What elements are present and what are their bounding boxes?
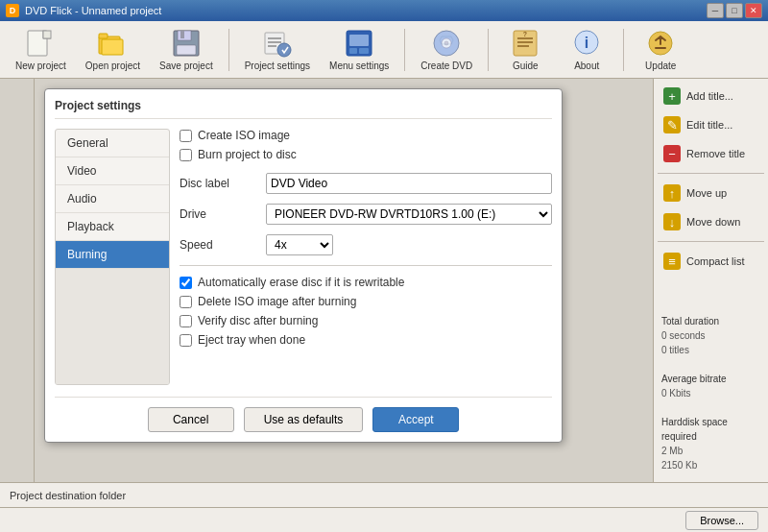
auto-erase-label: Automatically erase disc if it is rewrit…	[198, 276, 404, 289]
move-up-label: Move up	[686, 187, 727, 199]
burn-disc-label: Burn project to disc	[198, 148, 297, 161]
compact-list-icon: ≡	[663, 253, 681, 270]
remove-title-label: Remove title	[686, 148, 745, 159]
svg-rect-5	[102, 39, 123, 55]
nav-burning[interactable]: Burning	[56, 241, 169, 269]
create-dvd-icon	[431, 29, 462, 58]
verify-disc-row: Verify disc after burning	[180, 314, 552, 327]
speed-select[interactable]: 1x 2x 4x 8x Max	[266, 234, 333, 255]
toolbar-create-dvd[interactable]: Create DVD	[413, 25, 480, 75]
right-panel-divider-2	[658, 241, 764, 242]
nav-general[interactable]: General	[56, 130, 169, 157]
move-down-label: Move down	[686, 216, 740, 228]
remove-title-button[interactable]: − Remove title	[658, 142, 764, 165]
toolbar-update[interactable]: Update	[632, 25, 689, 75]
iso-burn-group: Create ISO image Burn project to disc	[180, 129, 552, 161]
edit-title-label: Edit title...	[686, 119, 732, 131]
window-title: DVD Flick - Unnamed project	[25, 5, 161, 16]
content-area: Project settings General Video Audio Pla…	[35, 79, 653, 482]
toolbar-open-project[interactable]: Open project	[78, 25, 148, 75]
title-bar: D DVD Flick - Unnamed project ─ □ ✕	[0, 0, 768, 21]
delete-iso-checkbox[interactable]	[180, 296, 192, 308]
create-iso-checkbox[interactable]	[180, 130, 192, 142]
add-title-label: Add title...	[686, 90, 733, 102]
svg-rect-17	[349, 48, 357, 54]
settings-content: Create ISO image Burn project to disc Di…	[180, 129, 552, 385]
svg-rect-16	[349, 35, 369, 46]
drive-select[interactable]: PIONEER DVD-RW DVRTD10RS 1.00 (E:)	[266, 204, 552, 225]
toolbar-separator-2	[404, 29, 405, 71]
use-as-defaults-button[interactable]: Use as defaults	[244, 407, 364, 432]
create-iso-label: Create ISO image	[198, 129, 290, 142]
right-panel-divider-1	[658, 173, 764, 174]
save-project-icon	[171, 29, 202, 58]
settings-nav: General Video Audio Playback Burning	[55, 129, 170, 385]
title-bar-controls[interactable]: ─ □ ✕	[707, 3, 762, 18]
svg-rect-8	[180, 31, 184, 38]
auto-erase-row: Automatically erase disc if it is rewrit…	[180, 276, 552, 289]
extra-options-group: Automatically erase disc if it is rewrit…	[180, 276, 552, 347]
eject-tray-checkbox[interactable]	[180, 334, 192, 347]
drive-row: Drive PIONEER DVD-RW DVRTD10RS 1.00 (E:)	[180, 204, 552, 225]
delete-iso-label: Delete ISO image after burning	[198, 295, 356, 308]
accept-button[interactable]: Accept	[372, 407, 459, 432]
open-project-icon	[97, 29, 128, 58]
open-project-label: Open project	[85, 60, 140, 71]
add-title-icon: +	[663, 87, 681, 105]
close-button[interactable]: ✕	[745, 3, 762, 18]
speed-row: Speed 1x 2x 4x 8x Max	[180, 234, 552, 255]
move-down-button[interactable]: ↓ Move down	[658, 210, 764, 233]
auto-erase-checkbox[interactable]	[180, 277, 192, 289]
move-up-icon: ↑	[663, 184, 681, 202]
restore-button[interactable]: □	[726, 3, 743, 18]
toolbar-menu-settings[interactable]: Menu settings	[322, 25, 396, 75]
svg-text:i: i	[585, 35, 588, 51]
verify-disc-checkbox[interactable]	[180, 315, 192, 327]
toolbar-save-project[interactable]: Save project	[152, 25, 221, 75]
bottom-bar: Browse...	[0, 507, 768, 532]
svg-point-14	[277, 43, 291, 57]
browse-button[interactable]: Browse...	[685, 511, 758, 530]
edit-title-button[interactable]: ✎ Edit title...	[658, 113, 764, 136]
harddisk-value1: 2 Mb	[661, 444, 760, 458]
app-icon: D	[6, 4, 19, 17]
compact-list-button[interactable]: ≡ Compact list	[658, 250, 764, 273]
menu-settings-label: Menu settings	[329, 60, 389, 71]
disc-label-input[interactable]	[266, 173, 552, 194]
nav-audio[interactable]: Audio	[56, 185, 169, 213]
burn-disc-checkbox[interactable]	[180, 149, 192, 161]
svg-rect-2	[43, 31, 51, 38]
delete-iso-row: Delete ISO image after burning	[180, 295, 552, 308]
svg-rect-4	[99, 34, 108, 38]
total-duration-label: Total duration	[661, 314, 760, 328]
about-icon: i	[571, 29, 602, 58]
nav-playback[interactable]: Playback	[56, 213, 169, 241]
update-icon	[645, 29, 676, 58]
harddisk-label: Harddisk space required	[661, 415, 760, 444]
update-label: Update	[645, 60, 676, 71]
nav-video[interactable]: Video	[56, 157, 169, 185]
avg-bitrate-label: Average bitrate	[661, 372, 760, 386]
move-up-button[interactable]: ↑ Move up	[658, 181, 764, 205]
disc-label-row: Disc label	[180, 173, 552, 194]
speed-label-text: Speed	[180, 238, 266, 252]
status-label: Project destination folder	[10, 490, 126, 501]
minimize-button[interactable]: ─	[707, 3, 724, 18]
project-settings-icon	[262, 29, 293, 58]
cancel-button[interactable]: Cancel	[148, 407, 234, 432]
toolbar-about[interactable]: i About	[558, 25, 615, 75]
disc-label-text: Disc label	[180, 177, 266, 190]
eject-tray-row: Eject tray when done	[180, 333, 552, 347]
add-title-button[interactable]: + Add title...	[658, 85, 764, 108]
status-bar: Project destination folder	[0, 482, 768, 507]
stats-panel: Total duration 0 seconds 0 titles Averag…	[658, 310, 764, 476]
compact-list-label: Compact list	[686, 255, 745, 267]
toolbar-project-settings[interactable]: Project settings	[237, 25, 318, 75]
toolbar-new-project[interactable]: New project	[8, 25, 74, 75]
guide-label: Guide	[513, 60, 539, 71]
create-iso-row: Create ISO image	[180, 129, 552, 142]
toolbar-guide[interactable]: ? Guide	[496, 25, 554, 75]
burning-divider	[180, 265, 552, 266]
svg-text:?: ?	[523, 31, 527, 37]
about-label: About	[574, 60, 599, 71]
